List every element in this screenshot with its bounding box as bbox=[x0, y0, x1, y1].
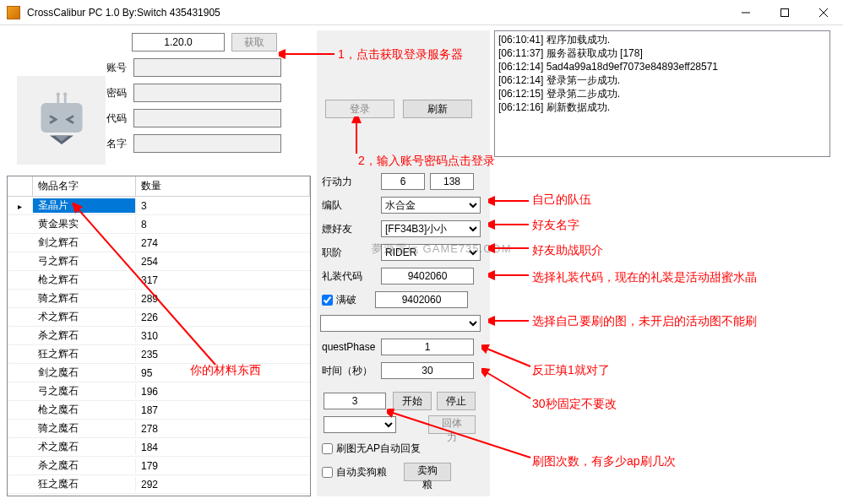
version-input[interactable] bbox=[132, 33, 225, 51]
log-line: [06:12:14] 登录第一步成功. bbox=[498, 73, 826, 87]
window-title: CrossCalibur PC 1.0 By:Switch 435431905 bbox=[27, 7, 726, 19]
auto-ap-checkbox[interactable] bbox=[322, 443, 333, 454]
annotation-b7: 30秒固定不要改 bbox=[532, 397, 617, 412]
auto-sell-label: 自动卖狗粮 bbox=[336, 465, 387, 480]
password-label: 密码 bbox=[100, 86, 133, 100]
annotation-b2: 好友名字 bbox=[532, 218, 579, 233]
code-input[interactable] bbox=[133, 109, 281, 127]
annotation-b4: 选择礼装代码，现在的礼装是活动甜蜜水晶 bbox=[532, 268, 819, 285]
svg-rect-1 bbox=[781, 8, 789, 16]
recover-select[interactable] bbox=[324, 416, 396, 433]
phase-input[interactable] bbox=[381, 339, 474, 355]
login-panel: 获取 账号 密码 代码 名字 bbox=[7, 30, 319, 157]
table-row[interactable]: 狂之魔石292 bbox=[8, 475, 310, 494]
account-label: 账号 bbox=[100, 61, 133, 75]
table-row[interactable]: 枪之魔石187 bbox=[8, 401, 310, 420]
auto-sell-checkbox[interactable] bbox=[322, 467, 333, 478]
table-row[interactable]: 剑之魔石95 bbox=[8, 364, 310, 382]
table-row[interactable]: 术之魔石184 bbox=[8, 438, 310, 457]
name-label: 名字 bbox=[100, 137, 133, 151]
annotation-b1: 自己的队伍 bbox=[532, 192, 591, 208]
team-select[interactable]: 水合金 bbox=[381, 197, 481, 214]
log-line: [06:12:14] 5ad4a99a18d9ef7073e84893eff28… bbox=[498, 60, 826, 73]
stop-button[interactable]: 停止 bbox=[437, 392, 476, 410]
mlb-label: 满破 bbox=[336, 293, 375, 307]
table-row[interactable]: 剑之辉石274 bbox=[8, 234, 310, 252]
recover-button[interactable]: 回体力 bbox=[428, 415, 476, 434]
grid-col-qty[interactable]: 数量 bbox=[136, 176, 310, 196]
ce-label: 礼装代码 bbox=[320, 269, 381, 284]
quest-select[interactable] bbox=[320, 315, 481, 332]
annotation-b3: 好友助战职介 bbox=[532, 243, 603, 258]
maximize-button[interactable] bbox=[765, 0, 804, 25]
annotation-b5: 选择自己要刷的图，未开启的活动图不能刷 bbox=[532, 312, 819, 329]
grid-col-name[interactable]: 物品名字 bbox=[33, 176, 136, 196]
start-button[interactable]: 开始 bbox=[393, 392, 432, 410]
count-input[interactable] bbox=[324, 393, 386, 409]
log-line: [06:11:37] 服务器获取成功 [178] bbox=[498, 46, 826, 60]
table-row[interactable]: 弓之魔石196 bbox=[8, 382, 310, 401]
item-grid[interactable]: 物品名字 数量 圣晶片3黄金果实8剑之辉石274弓之辉石254枪之辉石317骑之… bbox=[7, 176, 311, 496]
action-max[interactable] bbox=[430, 173, 474, 190]
log-line: [06:12:15] 登录第二步成功. bbox=[498, 87, 826, 100]
team-label: 编队 bbox=[320, 198, 381, 213]
refresh-button[interactable]: 刷新 bbox=[403, 100, 472, 118]
mlb-input[interactable] bbox=[375, 291, 468, 308]
fetch-button[interactable]: 获取 bbox=[231, 33, 277, 51]
class-label: 职阶 bbox=[320, 246, 381, 260]
account-input[interactable] bbox=[133, 58, 281, 77]
code-label: 代码 bbox=[100, 111, 133, 126]
sell-button[interactable]: 卖狗粮 bbox=[404, 463, 451, 481]
friend-select[interactable]: [FF34B3]小小 bbox=[381, 220, 481, 237]
grid-col-rowheader bbox=[8, 176, 33, 196]
class-select[interactable]: RIDER bbox=[381, 244, 481, 261]
table-row[interactable]: 杀之魔石179 bbox=[8, 457, 310, 475]
name-input[interactable] bbox=[133, 134, 281, 153]
table-row[interactable]: 杀之辉石310 bbox=[8, 327, 310, 345]
table-row[interactable]: 骑之辉石289 bbox=[8, 290, 310, 308]
time-input[interactable] bbox=[381, 362, 474, 379]
titlebar: CrossCalibur PC 1.0 By:Switch 435431905 bbox=[0, 0, 843, 25]
annotation-b6: 反正填1就对了 bbox=[532, 363, 610, 378]
ce-input[interactable] bbox=[381, 268, 474, 285]
minimize-button[interactable] bbox=[726, 0, 765, 25]
table-row[interactable]: 弓之辉石254 bbox=[8, 252, 310, 271]
friend-label: 嫖好友 bbox=[320, 222, 381, 236]
annotation-b8: 刷图次数，有多少ap刷几次 bbox=[532, 454, 676, 469]
log-line: [06:12:16] 刷新数据成功. bbox=[498, 100, 826, 114]
close-button[interactable] bbox=[804, 0, 843, 25]
action-label: 行动力 bbox=[320, 175, 381, 189]
table-row[interactable]: 黄金果实8 bbox=[8, 215, 310, 234]
svg-line-17 bbox=[485, 348, 530, 366]
table-row[interactable]: 狂之辉石235 bbox=[8, 345, 310, 364]
log-line: [06:10:41] 程序加载成功. bbox=[498, 33, 826, 46]
control-panel: 登录 刷新 行动力 编队 水合金 嫖好友 [FF34B3]小小 职阶 RIDER… bbox=[317, 30, 490, 496]
table-row[interactable]: 圣晶片3 bbox=[8, 197, 310, 215]
table-row[interactable]: 骑之魔石278 bbox=[8, 420, 310, 438]
time-label: 时间（秒） bbox=[320, 364, 381, 378]
phase-label: questPhase bbox=[320, 341, 381, 353]
mlb-checkbox[interactable] bbox=[322, 295, 333, 306]
action-current[interactable] bbox=[381, 173, 425, 190]
login-button[interactable]: 登录 bbox=[325, 100, 394, 118]
log-panel[interactable]: [06:10:41] 程序加载成功.[06:11:37] 服务器获取成功 [17… bbox=[494, 30, 830, 157]
app-icon bbox=[7, 6, 20, 19]
auto-ap-label: 刷图无AP自动回复 bbox=[336, 442, 421, 456]
table-row[interactable]: 术之辉石226 bbox=[8, 308, 310, 327]
svg-line-18 bbox=[485, 371, 530, 398]
table-row[interactable]: 枪之辉石317 bbox=[8, 271, 310, 290]
password-input[interactable] bbox=[133, 84, 281, 102]
